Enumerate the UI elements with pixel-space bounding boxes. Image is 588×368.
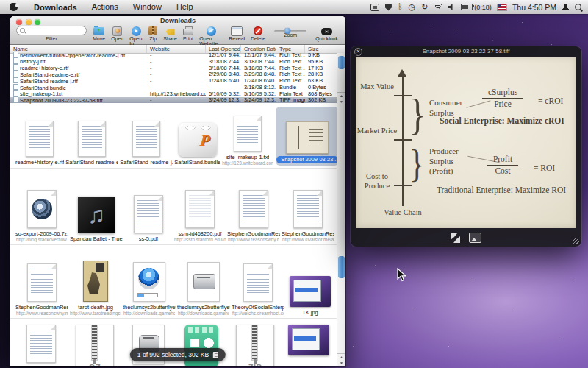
file-icon [13,52,18,58]
printer-icon [183,29,193,35]
grid-item[interactable]: ss-5.pdf [123,169,173,244]
fullscreen-icon[interactable] [451,233,460,243]
eye-icon [321,28,332,35]
minimize-button[interactable] [26,19,32,25]
wifi-icon[interactable] [434,4,442,10]
resume-document-icon [27,263,57,302]
selection-status-text: 1 of 992 selected, 302 KB [137,351,209,358]
volume-icon[interactable] [448,4,455,10]
grid-item[interactable]: GZ [68,319,122,366]
shield-menu-icon[interactable] [385,4,392,11]
label-market-price: Market Price [356,127,398,136]
list-scroll-arrows[interactable]: ▲▼ [337,92,345,105]
bluetooth-icon[interactable]: ᛒ [398,3,403,11]
sync-icon[interactable]: ↻ [421,3,428,11]
grid-item[interactable]: site_makeup-1.txthttp://123.writeboard.c… [221,105,274,168]
grid-scrollbar[interactable]: ▲▼ [337,105,345,366]
grid-item[interactable]: Spandau Ballet - True.mp3 [69,169,123,244]
zip-button[interactable]: Zip [148,26,157,41]
grid-item[interactable]: readme+history-e.rtf [15,105,65,168]
grid-item[interactable]: so-export-2009-06.7z...http://blog.stack… [15,169,69,244]
quicklook-button[interactable]: Quicklook [315,26,338,41]
grid-scroller[interactable] [338,256,345,278]
app-menu[interactable]: Downloads [26,3,85,12]
close-button[interactable] [16,19,22,25]
grid-item-selected[interactable]: Snapshot 2009-03-23 ... [276,107,339,166]
selection-status-overlay: 1 of 992 selected, 302 KB [130,348,226,361]
grid-item[interactable]: StephenGoodmanResu...http://www.reasonsw… [15,245,69,318]
apple-menu-icon[interactable] [10,3,18,11]
profit-fraction: ProfitCost [476,155,529,176]
input-language-flag-icon[interactable] [498,4,506,10]
download-in-progress-icon [133,262,165,302]
window-header[interactable]: Downloads Filter Move Open Open In Zip S… [10,16,345,45]
file-icon [13,90,18,96]
resume-document-icon [239,190,268,228]
clock-menu-icon[interactable]: ◷ [409,3,416,11]
traditional-enterprise-label: Traditional Enterprise: Maximize ROI [434,185,569,195]
grid-item[interactable]: theclumsys2butterflyeff...http://downloa… [176,245,231,318]
file-list: Name Website Last Opened Creation Date T… [10,45,345,105]
list-scrollbar[interactable]: ▲▼ [337,53,345,105]
file-icon [13,57,18,64]
menu-help[interactable]: Help [169,0,201,14]
list-scroller[interactable] [338,56,345,69]
archive-wave-document-icon [27,190,57,228]
table-row-selected[interactable]: Snapshot 2009-03-23 22-37-58.tiff-3/24/0… [10,97,345,104]
grid-item[interactable]: SafariStand.bundle [173,105,221,168]
grid-scroll-arrows[interactable]: ▲▼ [337,353,345,366]
quicklook-close-icon[interactable] [354,48,362,56]
resume-document-icon [293,190,323,228]
open-in-button[interactable]: Open In [129,26,143,46]
grid-item[interactable] [282,319,335,366]
share-tag-icon [166,29,175,35]
move-button[interactable]: Move [93,26,105,41]
zoom-slider[interactable]: Zoom [274,26,306,38]
globe-icon [207,26,216,36]
zoom-slider-track[interactable] [274,30,306,32]
zip-box-icon [148,26,157,35]
quicklook-title: Snapshot 2009-03-23 22-37-58.tiff [423,48,510,54]
music-note-icon [78,197,115,233]
user-switch-icon[interactable] [562,4,569,10]
label-cost-to-produce: Cost to Produce [356,172,398,191]
grid-item[interactable] [15,319,68,366]
resize-grip[interactable] [573,238,579,244]
grid-item[interactable]: TK.jpg [285,245,335,318]
grid-item[interactable]: StephenGoodmanResu...http://www.kivaisfo… [281,169,335,244]
grid-item[interactable]: TheoryOfSocialEnterpris...ftp://welchs.d… [231,245,285,318]
filter-input[interactable] [16,26,87,35]
add-to-iphoto-icon[interactable] [469,233,481,243]
menu-window[interactable]: Window [126,0,169,14]
snapshot-thumbnail-icon [286,121,329,154]
menu-clock[interactable]: Thu 4:50 PM [512,3,556,12]
csurplus-fraction: cSurplusPrice [472,88,534,109]
open-website-button[interactable]: Open Website [199,26,223,46]
battery-menu[interactable]: (0:18) [461,4,492,11]
file-icon [13,64,18,71]
battery-icon [461,4,473,10]
quicklook-titlebar[interactable]: Snapshot 2009-03-23 22-37-58.tiff [351,46,581,56]
grid-item[interactable]: ssrn-id468200.pdfhttp://ssrn.stanford.ed… [173,169,226,244]
disk-image-document-icon [187,262,220,302]
grid-item[interactable]: SafariStand-readme-j.rtf [119,105,173,168]
grid-item[interactable]: tarot-death.jpghttp://www.tarotreadingse… [69,245,122,318]
desktop-screenshot-icon [290,276,331,307]
sketch-document-icon [243,263,273,302]
display-menu-icon[interactable] [370,4,379,11]
delete-button[interactable]: Delete [251,26,265,41]
croi-equals: = cROI [538,96,563,105]
open-button[interactable]: Open [111,26,123,41]
grid-item[interactable]: StephenGoodmanResu...http://www.reasonsw… [226,169,281,244]
zoom-button[interactable] [35,19,40,25]
reveal-button[interactable]: Reveal [229,26,245,41]
share-button[interactable]: Share [163,26,177,41]
grid-item[interactable]: theclumsys2butterflyeff...http://downloa… [122,245,176,318]
print-button[interactable]: Print [183,26,193,41]
text-document-icon [234,116,262,152]
grid-item[interactable]: ZIP [229,319,282,366]
label-max-value: Max Value [356,82,398,92]
spotlight-icon[interactable] [575,4,581,10]
grid-item[interactable]: SafariStand-readme-e.rtf [65,105,119,168]
menu-actions[interactable]: Actions [85,0,126,14]
